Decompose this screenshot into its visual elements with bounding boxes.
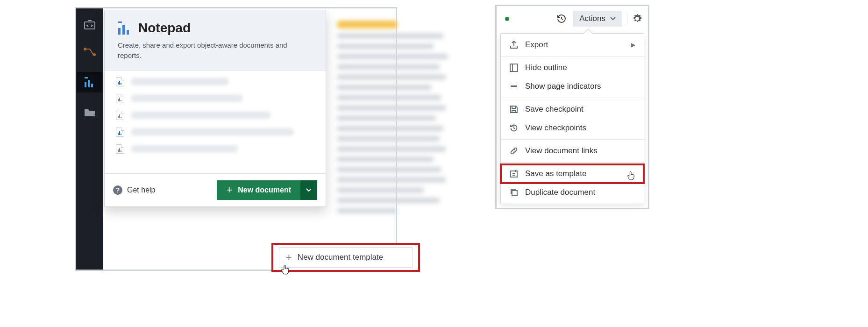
- svg-rect-8: [118, 28, 121, 35]
- menu-item-hide-outline[interactable]: Hide outline: [501, 58, 644, 77]
- new-document-label: New document: [238, 186, 291, 194]
- svg-rect-5: [88, 80, 90, 87]
- svg-rect-12: [510, 64, 512, 71]
- svg-rect-3: [85, 77, 88, 78]
- get-help-link[interactable]: ? Get help: [113, 185, 155, 195]
- popover-subtitle: Create, share and export object-aware do…: [118, 40, 313, 61]
- new-document-button-group: + New document: [217, 180, 317, 200]
- actions-label: Actions: [579, 14, 605, 23]
- menu-separator: [501, 56, 644, 57]
- menu-item-view-checkpoints[interactable]: View checkpoints: [501, 119, 644, 137]
- actions-menu-screenshot: Actions Export ▶ Hide outline: [495, 5, 649, 209]
- settings-button[interactable]: [632, 14, 642, 24]
- svg-point-2: [93, 54, 95, 56]
- new-document-template-label: New document template: [298, 253, 383, 262]
- notepad-panel-screenshot: Notepad Create, share and export object-…: [75, 7, 397, 271]
- menu-separator: [501, 139, 644, 140]
- menu-separator: [501, 162, 644, 163]
- document-template-icon: [116, 94, 124, 103]
- svg-point-1: [84, 48, 86, 50]
- menu-item-duplicate-document[interactable]: Duplicate document: [501, 183, 644, 202]
- svg-rect-14: [511, 171, 517, 177]
- document-list-item[interactable]: [105, 124, 326, 141]
- cursor-hand-icon: [627, 171, 635, 180]
- svg-rect-11: [510, 64, 518, 71]
- document-list-item[interactable]: [105, 107, 326, 124]
- right-toolbar: Actions: [497, 6, 648, 33]
- toolbar-divider: [627, 13, 627, 25]
- app-sidebar: [76, 8, 103, 270]
- sidebar-flow-icon[interactable]: [83, 45, 97, 59]
- menu-label: Export: [525, 40, 548, 50]
- document-template-icon: [116, 144, 124, 154]
- history-icon: [509, 123, 519, 133]
- popover-header: Notepad Create, share and export object-…: [105, 10, 326, 71]
- menu-separator: [501, 98, 644, 98]
- menu-label: Save as template: [525, 169, 586, 178]
- svg-rect-10: [127, 30, 129, 35]
- menu-item-view-document-links[interactable]: View document links: [501, 142, 644, 160]
- link-icon: [509, 146, 519, 156]
- document-list-item[interactable]: [105, 90, 326, 107]
- actions-menu: Export ▶ Hide outline Show page indicato…: [500, 33, 644, 204]
- svg-rect-7: [118, 21, 122, 23]
- sidebar-folder-icon[interactable]: [83, 106, 97, 120]
- chevron-down-icon: [306, 188, 312, 192]
- svg-rect-9: [122, 25, 125, 35]
- document-list-item[interactable]: [105, 141, 326, 157]
- document-template-icon: [116, 111, 124, 120]
- svg-rect-4: [85, 82, 86, 87]
- duplicate-icon: [509, 188, 519, 197]
- menu-label: Save checkpoint: [525, 105, 583, 114]
- actions-button[interactable]: Actions: [573, 11, 622, 27]
- menu-label: View document links: [525, 146, 598, 156]
- document-icon: [116, 77, 124, 86]
- history-button[interactable]: [555, 12, 568, 25]
- plus-icon: +: [226, 185, 232, 195]
- menu-label: View checkpoints: [525, 123, 586, 133]
- menu-item-save-checkpoint[interactable]: Save checkpoint: [501, 100, 644, 119]
- help-icon: ?: [113, 185, 122, 195]
- chevron-down-icon: [610, 17, 616, 21]
- svg-rect-15: [512, 191, 517, 196]
- popover-title: Notepad: [138, 21, 191, 36]
- sidebar-code-icon[interactable]: [83, 18, 97, 32]
- menu-item-show-page-indicators[interactable]: Show page indicators: [501, 77, 644, 96]
- status-indicator-dot: [505, 17, 509, 21]
- new-document-template-item[interactable]: + New document template: [279, 247, 413, 268]
- blurred-document-background: [327, 11, 468, 242]
- export-icon: [509, 40, 519, 50]
- gear-icon: [632, 14, 642, 24]
- get-help-label: Get help: [127, 186, 155, 194]
- notepad-popover: Notepad Create, share and export object-…: [104, 10, 326, 207]
- menu-label: Hide outline: [525, 63, 567, 72]
- document-list-item[interactable]: [105, 73, 326, 90]
- menu-label: Show page indicators: [525, 82, 601, 91]
- plus-icon: +: [286, 252, 292, 263]
- sidebar-notepad-icon[interactable]: [77, 72, 102, 92]
- new-document-button[interactable]: + New document: [217, 180, 300, 200]
- document-list: [105, 71, 326, 173]
- save-icon: [509, 105, 519, 114]
- minus-icon: [509, 82, 519, 91]
- chevron-right-icon: ▶: [631, 42, 635, 48]
- svg-rect-0: [85, 22, 95, 29]
- svg-rect-6: [91, 84, 93, 87]
- popover-footer: ? Get help + New document: [105, 173, 326, 206]
- menu-label: Duplicate document: [525, 188, 595, 197]
- svg-rect-13: [511, 85, 517, 87]
- new-document-split-button[interactable]: [300, 180, 317, 200]
- outline-icon: [509, 63, 519, 72]
- template-add-icon: [509, 169, 519, 178]
- new-document-template-dropdown-highlight: + New document template: [271, 243, 420, 272]
- notepad-icon: [118, 21, 132, 35]
- history-icon: [556, 14, 567, 24]
- menu-item-export[interactable]: Export ▶: [501, 36, 644, 54]
- document-icon: [116, 128, 124, 137]
- menu-item-save-as-template[interactable]: Save as template: [501, 164, 644, 183]
